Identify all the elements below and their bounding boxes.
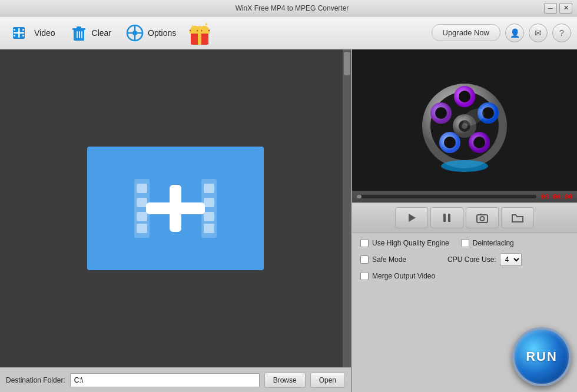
svg-point-63 [480,217,485,221]
merge-output-checkbox[interactable] [360,272,369,280]
video-icon [12,24,31,42]
add-video-button[interactable]: Video [6,20,61,46]
run-button[interactable]: RUN [512,327,571,386]
toolbar: Video Clear Opti [0,16,577,49]
help-icon: ? [559,28,564,38]
destination-input[interactable] [70,373,260,387]
svg-point-49 [459,91,470,102]
browse-button[interactable]: Browse [264,373,306,388]
svg-rect-60 [443,214,446,222]
cpu-core-option: CPU Core Use: 1 2 3 4 6 8 [447,253,522,266]
snapshot-button[interactable] [466,207,499,228]
open-folder-button[interactable] [501,207,534,228]
deinterlacing-checkbox[interactable] [461,239,469,247]
options-row-3: Merge Output Video [360,272,569,280]
svg-point-19 [132,31,137,35]
close-button[interactable]: ✕ [559,3,572,14]
clear-button[interactable]: Clear [64,20,117,46]
deinterlacing-option: Deinterlacing [461,239,514,247]
merge-output-option: Merge Output Video [360,272,435,280]
mail-icon: ✉ [535,28,542,38]
play-button[interactable] [395,207,428,228]
svg-rect-39 [204,224,214,233]
svg-rect-2 [14,29,15,31]
progress-track[interactable] [357,195,536,198]
clear-button-label: Clear [92,28,111,38]
scroll-thumb[interactable] [344,52,350,75]
svg-rect-64 [480,214,482,215]
svg-point-26 [197,26,202,31]
svg-rect-15 [81,31,82,38]
merge-output-label: Merge Output Video [372,272,435,280]
safe-mode-label: Safe Mode [372,255,406,264]
play-icon [406,212,417,223]
safe-mode-option: Safe Mode [360,255,406,264]
app-title: WinX Free MP4 to MPEG Converter [40,4,544,12]
run-button-area: RUN [352,327,577,392]
svg-rect-36 [204,184,214,193]
svg-rect-41 [146,202,205,214]
svg-point-51 [473,137,485,148]
open-button[interactable]: Open [310,373,345,388]
video-button-label: Video [34,28,55,38]
svg-rect-62 [477,215,488,222]
svg-rect-4 [14,35,15,36]
options-button[interactable]: Options [120,20,182,46]
playback-controls [352,202,577,233]
svg-rect-31 [137,184,147,193]
minimize-button[interactable]: ─ [544,3,557,14]
svg-marker-59 [409,214,416,222]
high-quality-label: Use High Quality Engine [372,239,449,247]
left-panel: Destination Folder: Browse Open [0,49,352,392]
run-button-wrapper: RUN [512,327,571,386]
pause-icon [442,212,452,223]
cpu-core-label: CPU Core Use: [447,255,496,264]
toolbar-right: Upgrade Now 👤 ✉ ? [432,24,572,42]
list-scrollbar[interactable] [343,49,351,367]
deinterlacing-label: Deinterlacing [473,239,514,247]
cpu-core-select[interactable]: 1 2 3 4 6 8 [500,253,522,266]
upgrade-button[interactable]: Upgrade Now [432,24,501,41]
svg-text:✦: ✦ [204,22,208,27]
svg-rect-61 [448,214,450,222]
options-icon [125,24,144,42]
svg-rect-32 [137,198,147,207]
bottom-bar: Destination Folder: Browse Open [0,367,351,392]
svg-rect-37 [204,198,214,207]
svg-rect-65 [512,217,523,222]
svg-text:✦: ✦ [191,24,194,28]
clear-icon [69,24,88,42]
help-button[interactable]: ? [552,24,571,42]
main-area: Destination Folder: Browse Open [0,49,577,392]
gift-button[interactable]: ✦ ✦ [187,20,213,46]
add-video-placeholder[interactable] [87,147,264,270]
svg-rect-9 [15,32,24,34]
destination-label: Destination Folder: [6,376,65,384]
svg-point-53 [435,107,447,119]
options-button-label: Options [148,28,176,38]
svg-point-52 [444,137,456,148]
window-controls: ─ ✕ [544,3,572,14]
svg-rect-13 [77,31,78,38]
options-row-1: Use High Quality Engine Deinterlacing [360,239,569,247]
preview-area: 00:00:00 [352,49,577,202]
video-list-area[interactable] [0,49,351,367]
svg-rect-7 [22,35,24,36]
svg-point-58 [441,160,488,172]
options-area: Use High Quality Engine Deinterlacing Sa… [352,233,577,327]
pause-button[interactable] [430,207,463,228]
folder-icon [512,212,523,223]
high-quality-option: Use High Quality Engine [360,239,449,247]
high-quality-checkbox[interactable] [360,239,369,247]
svg-rect-34 [137,224,147,233]
camera-icon [476,212,488,223]
user-icon: 👤 [510,28,520,38]
svg-rect-38 [204,212,214,221]
film-reel-icon [417,79,512,173]
svg-rect-12 [77,26,81,29]
mail-button[interactable]: ✉ [529,24,548,42]
progress-fill [357,195,362,198]
options-row-2: Safe Mode CPU Core Use: 1 2 3 4 6 8 [360,253,569,266]
user-button[interactable]: 👤 [505,24,524,42]
safe-mode-checkbox[interactable] [360,255,369,264]
